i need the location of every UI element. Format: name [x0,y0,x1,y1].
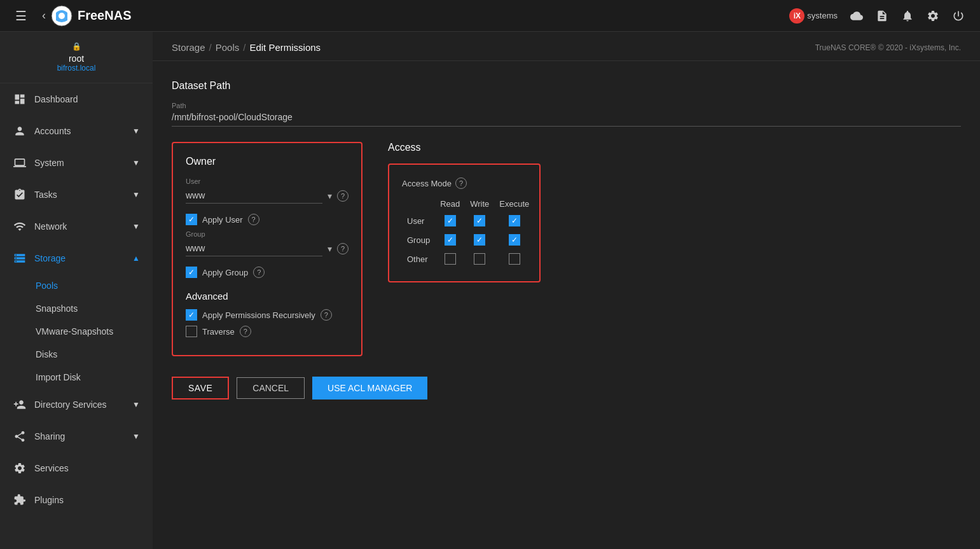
snapshots-label: Snapshots [36,303,78,314]
group-field-group: Group ▾ ? [186,230,349,256]
chevron-down-icon-tasks: ▼ [132,190,140,199]
sidebar-item-network[interactable]: Network ▼ [0,211,153,242]
breadcrumb: Storage / Pools / Edit Permissions [172,42,321,53]
traverse-checkbox[interactable] [186,326,197,337]
traverse-help-icon[interactable]: ? [240,326,251,337]
user-dropdown-arrow[interactable]: ▾ [328,191,332,201]
use-acl-manager-button[interactable]: USE ACL MANAGER [312,377,427,400]
breadcrumb-storage[interactable]: Storage [172,42,205,53]
apply-group-row: ✓ Apply Group ? [186,267,349,278]
sidebar-item-dashboard[interactable]: Dashboard [0,83,153,115]
access-group-execute[interactable]: ✓ [494,230,534,249]
import-disk-label: Import Disk [36,372,81,382]
owner-title: Owner [186,156,349,167]
sidebar-item-directory-services[interactable]: Directory Services ▼ [0,389,153,420]
access-row-user-label: User [402,211,435,230]
apply-user-checkbox[interactable]: ✓ [186,214,197,225]
cancel-button[interactable]: CANCEL [237,377,305,399]
tasks-icon [13,188,27,202]
access-other-write[interactable] [465,249,494,268]
group-help-icon[interactable]: ? [337,243,349,254]
sidebar-item-plugins[interactable]: Plugins [0,484,153,516]
app-title: FreeNAS [78,8,131,23]
breadcrumb-pools[interactable]: Pools [216,42,240,53]
table-row: User ✓ ✓ [402,211,534,230]
access-mode-label: Access Mode [402,179,452,188]
network-icon [13,219,27,233]
chevron-down-icon-dir: ▼ [132,400,140,409]
power-icon[interactable] [947,4,970,27]
sidebar-item-label-sharing: Sharing [34,431,65,441]
dataset-path-title: Dataset Path [172,80,961,92]
svg-point-1 [59,13,65,19]
apply-group-label: Apply Group [202,268,248,277]
notes-icon[interactable] [871,4,894,27]
sidebar-subitem-import-disk[interactable]: Import Disk [0,366,153,389]
access-group-write[interactable]: ✓ [465,230,494,249]
group-input[interactable] [186,240,322,256]
sidebar-item-services[interactable]: Services [0,452,153,484]
access-other-execute[interactable] [494,249,534,268]
sidebar-subitem-pools[interactable]: Pools [0,274,153,297]
cloud-sync-icon[interactable] [845,4,868,27]
sidebar-item-storage[interactable]: Storage ▲ [0,242,153,274]
access-user-write[interactable]: ✓ [465,211,494,230]
sidebar-subitem-disks[interactable]: Disks [0,343,153,366]
sidebar-item-tasks[interactable]: Tasks ▼ [0,179,153,211]
sidebar-item-label-plugins: Plugins [34,495,64,505]
sidebar-item-label-directory-services: Directory Services [34,400,107,410]
user-input[interactable] [186,188,322,204]
apply-permissions-checkmark: ✓ [188,310,195,319]
plugins-icon [13,493,27,507]
sidebar-item-label-accounts: Accounts [34,126,71,136]
sidebar-item-sharing[interactable]: Sharing ▼ [0,420,153,452]
apply-user-help-icon[interactable]: ? [248,214,259,225]
main-layout: 🔒 root bifrost.local Dashboard Accounts … [0,32,980,549]
apply-group-checkmark: ✓ [188,268,195,277]
advanced-title: Advanced [186,291,349,302]
sidebar-item-label-network: Network [34,221,67,232]
apply-group-help-icon[interactable]: ? [253,267,265,278]
settings-icon[interactable] [921,4,944,27]
apply-permissions-checkbox[interactable]: ✓ [186,309,197,321]
sidebar-item-accounts[interactable]: Accounts ▼ [0,115,153,147]
access-row-group-label: Group [402,230,435,249]
chevron-up-icon-storage: ▲ [132,254,140,263]
breadcrumb-sep-2: / [243,42,245,53]
user-help-icon[interactable]: ? [337,190,349,202]
ix-label: systems [807,11,838,20]
sidebar-subitem-vmware-snapshots[interactable]: VMware-Snapshots [0,320,153,343]
access-user-execute[interactable]: ✓ [494,211,534,230]
chevron-down-icon: ▼ [132,127,140,136]
disks-label: Disks [36,349,57,359]
user-input-row: ▾ ? [186,188,349,204]
access-mode-title: Access Mode ? [402,177,527,189]
back-button[interactable]: ‹ [37,6,51,25]
system-icon [13,156,27,170]
hostname: bifrost.local [57,64,96,73]
apply-permissions-row: ✓ Apply Permissions Recursively ? [186,309,349,321]
group-dropdown-arrow[interactable]: ▾ [328,244,332,254]
access-group-read[interactable]: ✓ [435,230,465,249]
breadcrumb-sep-1: / [209,42,212,53]
notifications-icon[interactable] [896,4,919,27]
access-row-other-label: Other [402,249,435,268]
form-area: Dataset Path Path /mnt/bifrost-pool/Clou… [153,61,980,419]
traverse-label: Traverse [202,327,235,337]
topnav-icons: iX systems [789,4,970,27]
access-box: Access Mode ? Read Write Execute [388,163,541,282]
save-button[interactable]: SAVE [172,377,229,400]
sidebar-item-system[interactable]: System ▼ [0,147,153,179]
apply-group-checkbox[interactable]: ✓ [186,267,197,278]
sidebar: 🔒 root bifrost.local Dashboard Accounts … [0,32,153,549]
hamburger-button[interactable]: ☰ [10,6,32,26]
access-user-read[interactable]: ✓ [435,211,465,230]
chevron-down-icon-system: ▼ [132,158,140,167]
content-area: Storage / Pools / Edit Permissions TrueN… [153,32,980,549]
apply-permissions-help-icon[interactable]: ? [321,309,332,321]
table-row: Other [402,249,534,268]
access-other-read[interactable] [435,249,465,268]
ix-badge: iX [789,8,804,24]
access-mode-help-icon[interactable]: ? [455,177,467,189]
sidebar-subitem-snapshots[interactable]: Snapshots [0,297,153,320]
